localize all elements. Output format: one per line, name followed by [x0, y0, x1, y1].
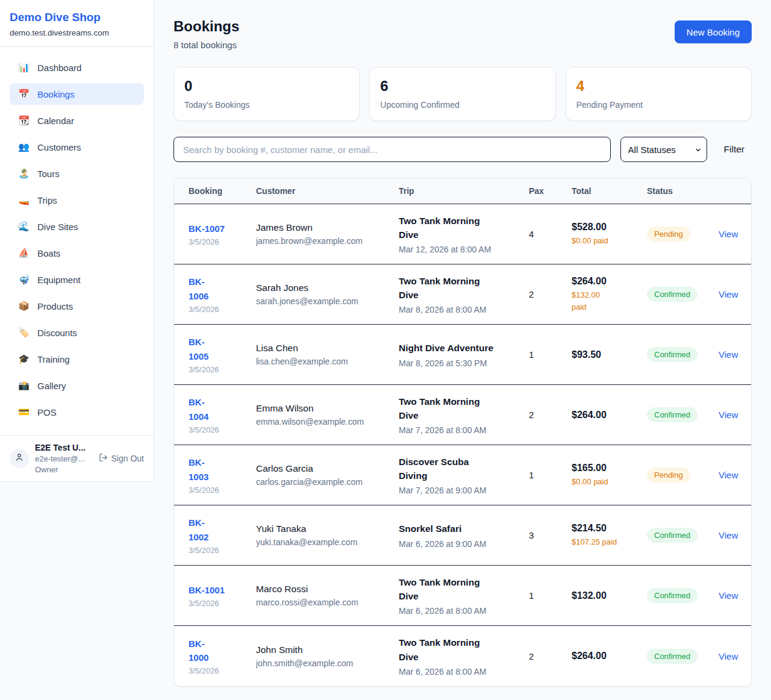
filter-button[interactable]: Filter	[717, 144, 752, 155]
sidebar-item[interactable]: 👥 Customers	[10, 136, 144, 158]
total-cell: $214.50 $107.25 paid	[572, 523, 647, 548]
col-header-status: Status	[647, 186, 719, 196]
sidebar-item-label: Boats	[37, 248, 60, 258]
page-title: Bookings	[173, 18, 239, 35]
view-link[interactable]: View	[719, 289, 751, 299]
sign-out-label: Sign Out	[111, 454, 144, 463]
sidebar-item-label: Customers	[37, 142, 81, 152]
sidebar-item[interactable]: 📊 Dashboard	[10, 57, 144, 78]
sidebar-item[interactable]: 🏷️ Discounts	[10, 322, 144, 343]
col-header-trip: Trip	[399, 186, 529, 196]
customer-email: sarah.jones@example.com	[256, 296, 390, 306]
sidebar-item[interactable]: ⛵ Boats	[10, 242, 144, 264]
sidebar-item-label: Bookings	[37, 89, 75, 99]
total-cell: $264.00 $132.00 paid	[572, 276, 647, 313]
booking-date: 3/5/2026	[189, 365, 248, 374]
sidebar-item-icon: 🤿	[18, 274, 30, 285]
sidebar-item[interactable]: 🚤 Trips	[10, 189, 144, 211]
booking-cell: BK- 1004 3/5/2026	[189, 395, 256, 434]
pax-count: 2	[529, 651, 572, 661]
view-link[interactable]: View	[719, 590, 751, 601]
stat-label: Today's Bookings	[184, 100, 349, 110]
pax-count: 2	[529, 410, 572, 420]
customer-email: yuki.tanaka@example.com	[256, 537, 390, 547]
booking-id-link[interactable]: BK- 1000	[189, 637, 248, 665]
trip-cell: Two Tank Morning Dive Mar 6, 2026 at 8:0…	[399, 575, 529, 616]
trip-datetime: Mar 6, 2026 at 8:00 AM	[399, 667, 520, 677]
sidebar-item-icon: 📸	[18, 380, 30, 391]
booking-date: 3/5/2026	[189, 425, 248, 434]
search-input[interactable]	[173, 137, 611, 162]
sidebar-item[interactable]: 🌊 Dive Sites	[10, 216, 144, 237]
pax-count: 3	[529, 530, 572, 540]
col-header-customer: Customer	[256, 186, 399, 196]
sidebar-item[interactable]: 💳 POS	[10, 401, 144, 423]
view-link[interactable]: View	[719, 349, 751, 360]
trip-name: Night Dive Adventure	[399, 341, 520, 355]
booking-id-link[interactable]: BK- 1006	[189, 275, 248, 303]
view-link[interactable]: View	[719, 229, 751, 239]
customer-name: James Brown	[256, 222, 390, 233]
table-row: BK- 1003 3/5/2026 Carlos Garcia carlos.g…	[174, 445, 751, 505]
sidebar-item[interactable]: 📆 Calendar	[10, 110, 144, 131]
sidebar-item-label: Training	[37, 354, 70, 364]
trip-datetime: Mar 8, 2026 at 8:00 AM	[399, 305, 520, 314]
sidebar-item-icon: 👥	[18, 142, 30, 152]
amount-paid: $0.00 paid	[572, 235, 638, 247]
sidebar-item-label: Tours	[37, 169, 60, 179]
view-link[interactable]: View	[719, 530, 751, 540]
booking-date: 3/5/2026	[189, 546, 248, 555]
status-cell: Confirmed	[647, 528, 719, 543]
booking-id-link[interactable]: BK-1001	[189, 583, 248, 597]
booking-cell: BK-1001 3/5/2026	[189, 583, 256, 608]
customer-email: lisa.chen@example.com	[256, 357, 390, 366]
controls-row: All Statuses Filter	[173, 137, 752, 162]
sidebar-item[interactable]: 🏝️ Tours	[10, 163, 144, 184]
stat-card: 4 Pending Payment	[566, 67, 752, 121]
sidebar-item[interactable]: 📦 Products	[10, 295, 144, 317]
view-link[interactable]: View	[719, 410, 751, 420]
trip-name: Two Tank Morning Dive	[399, 214, 520, 242]
table-row: BK-1007 3/5/2026 James Brown james.brown…	[174, 204, 751, 264]
view-link[interactable]: View	[719, 470, 751, 480]
col-header-pax: Pax	[529, 186, 572, 196]
booking-id-link[interactable]: BK- 1004	[189, 395, 248, 423]
customer-name: Marco Rossi	[256, 584, 390, 595]
trip-datetime: Mar 12, 2026 at 8:00 AM	[399, 245, 520, 254]
col-header-booking: Booking	[189, 186, 256, 196]
customer-name: Yuki Tanaka	[256, 523, 390, 534]
new-booking-button[interactable]: New Booking	[675, 20, 752, 43]
booking-cell: BK-1007 3/5/2026	[189, 222, 256, 246]
pax-count: 1	[529, 349, 572, 360]
pax-count: 4	[529, 229, 572, 239]
status-filter-select[interactable]: All Statuses	[620, 137, 707, 162]
sidebar-item-label: Calendar	[37, 116, 74, 126]
trip-name: Two Tank Morning Dive	[399, 274, 520, 302]
sign-out-button[interactable]: Sign Out	[99, 453, 144, 464]
sidebar-item[interactable]: 🤿 Equipment	[10, 269, 144, 290]
booking-id-link[interactable]: BK- 1003	[189, 455, 248, 484]
total-cell: $165.00 $0.00 paid	[572, 463, 647, 488]
trip-cell: Two Tank Morning Dive Mar 8, 2026 at 8:0…	[399, 274, 529, 315]
stat-value: 4	[576, 78, 741, 95]
sidebar-item[interactable]: 📸 Gallery	[10, 375, 144, 396]
booking-id-link[interactable]: BK- 1002	[189, 516, 248, 544]
booking-id-link[interactable]: BK-1007	[189, 222, 248, 236]
customer-email: carlos.garcia@example.com	[256, 477, 390, 487]
customer-cell: Sarah Jones sarah.jones@example.com	[256, 283, 399, 306]
trip-datetime: Mar 6, 2026 at 9:00 AM	[399, 539, 520, 549]
sidebar-item[interactable]: 📅 Bookings	[10, 83, 144, 105]
table-row: BK- 1004 3/5/2026 Emma Wilson emma.wilso…	[174, 385, 751, 445]
total-cell: $264.00	[572, 651, 647, 661]
trip-name: Two Tank Morning Dive	[399, 575, 520, 604]
bookings-table: Booking Customer Trip Pax Total Status B…	[173, 178, 752, 687]
view-link[interactable]: View	[719, 651, 751, 661]
user-email: e2e-tester@...	[35, 454, 93, 463]
sidebar-item[interactable]: 🎓 Training	[10, 348, 144, 370]
booking-id-link[interactable]: BK- 1005	[189, 335, 248, 363]
status-badge: Confirmed	[647, 588, 698, 603]
trip-datetime: Mar 6, 2026 at 8:00 AM	[399, 606, 520, 616]
trip-name: Two Tank Morning Dive	[399, 395, 520, 423]
sidebar-item-label: Dashboard	[37, 63, 81, 73]
total-cell: $93.50	[572, 349, 647, 360]
